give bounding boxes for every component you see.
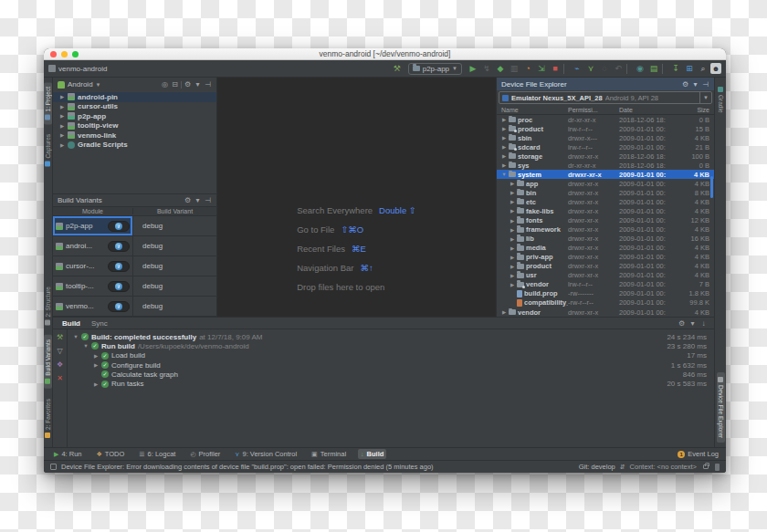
toolbar-tab-profiler[interactable]: ◴Profiler — [187, 449, 223, 459]
run-icon[interactable]: ▶ — [467, 63, 479, 75]
toolbar-tab-terminal[interactable]: ▣Terminal — [309, 449, 349, 459]
expand-arrow-icon[interactable]: ▶ — [93, 353, 99, 359]
toolbar-icon[interactable] — [626, 64, 632, 74]
variant-cell[interactable]: debug — [133, 297, 216, 316]
device-file-row[interactable]: ▶fontsdrwxr-xr-x2009-01-01 00:12 KB — [497, 216, 714, 225]
settings-icon[interactable]: ⚙ — [184, 196, 192, 204]
device-file-row[interactable]: ▶vendordrwxr-xr-x2009-01-01 00:4 KB — [497, 308, 714, 317]
project-tree-item[interactable]: ▶tooltip-view — [53, 121, 216, 131]
build-variant-row[interactable]: androi...idebug — [53, 236, 216, 256]
expand-arrow-icon[interactable]: ▼ — [501, 172, 507, 177]
toolbar-icon[interactable] — [563, 64, 569, 74]
expand-arrow-icon[interactable]: ▶ — [501, 153, 507, 159]
hide-panel-icon[interactable]: ⊣ — [701, 80, 709, 89]
chevron-down-icon[interactable]: ▼ — [96, 82, 101, 88]
module-info-button[interactable]: i — [108, 281, 130, 292]
device-table-column-headers[interactable]: Name Permissi... Date Size — [497, 105, 714, 115]
stop-icon[interactable]: ■ — [549, 63, 562, 75]
device-monitor-icon[interactable]: ⋎ — [584, 63, 597, 75]
device-file-row[interactable]: ▶mediadrwxr-xr-x2009-01-01 00:4 KB — [497, 244, 714, 253]
expand-arrow-icon[interactable]: ▶ — [510, 208, 515, 214]
variant-cell[interactable]: debug — [133, 236, 216, 256]
lock-icon[interactable] — [703, 464, 709, 469]
expand-arrow-icon[interactable]: ▶ — [510, 199, 515, 204]
stripe-build-variants[interactable]: Build Variants — [44, 335, 52, 389]
device-file-row[interactable]: ▶usrdrwxr-xr-x2009-01-01 00:4 KB — [497, 271, 714, 280]
editor-area[interactable]: Search EverywhereDouble ⇧Go to File⇧⌘ORe… — [217, 78, 497, 317]
profiler-icon[interactable]: ▥ — [508, 63, 520, 75]
toolbar-icon[interactable] — [662, 64, 667, 74]
tab-build[interactable]: Build — [62, 319, 80, 328]
expand-arrow-icon[interactable]: ▶ — [510, 273, 515, 278]
panel-header-icon[interactable] — [181, 81, 182, 89]
module-cell[interactable]: cursor-...i — [53, 256, 133, 276]
stripe-project[interactable]: 1: Project — [44, 82, 52, 124]
debug-icon[interactable]: ◆ — [494, 63, 507, 75]
expand-arrow-icon[interactable]: ▶ — [510, 255, 515, 260]
settings-icon[interactable]: ⚙ — [678, 319, 686, 328]
module-info-button[interactable]: i — [108, 221, 130, 232]
build-variant-row[interactable]: cursor-...idebug — [53, 256, 216, 276]
locate-icon[interactable]: ◎ — [161, 80, 169, 89]
build-variant-row[interactable]: venmo...idebug — [53, 297, 216, 317]
project-view-select[interactable]: Android — [68, 80, 93, 89]
device-file-row[interactable]: ▶sbindrwxr-x---2009-01-01 00:4 KB — [497, 133, 714, 142]
expand-arrow-icon[interactable]: ▶ — [59, 123, 65, 129]
expand-arrow-icon[interactable]: ▶ — [510, 282, 515, 287]
breadcrumb[interactable]: venmo-android — [48, 65, 107, 73]
expand-arrow-icon[interactable]: ▶ — [501, 126, 507, 131]
module-cell[interactable]: androi...i — [53, 236, 133, 256]
build-tree-row[interactable]: ▼✓Run build/Users/kupoek/dev/venmo-andro… — [69, 341, 707, 350]
chevron-down-icon[interactable]: ▾ — [691, 80, 699, 89]
variant-cell[interactable]: debug — [133, 256, 216, 276]
chevron-down-icon[interactable]: ▾ — [194, 196, 202, 204]
expand-arrow-icon[interactable]: ▶ — [510, 181, 515, 186]
module-info-button[interactable]: i — [108, 261, 130, 272]
expand-arrow-icon[interactable]: ▶ — [59, 142, 65, 148]
sdk-manager-icon[interactable]: ↧ — [669, 63, 682, 75]
expand-arrow-icon[interactable]: ▼ — [73, 334, 79, 339]
device-file-row[interactable]: ▶productdrwxr-xr-x2009-01-01 00:4 KB — [497, 262, 714, 271]
tool-window-toggle-icon[interactable] — [50, 464, 57, 470]
expand-arrow-icon[interactable]: ▶ — [59, 94, 65, 99]
close-icon[interactable]: ✕ — [57, 374, 63, 382]
module-cell[interactable]: p2p-appi — [53, 216, 133, 235]
device-file-row[interactable]: ▶fake-libsdrwxr-xr-x2009-01-01 00:4 KB — [497, 206, 714, 215]
minimize-window-button[interactable] — [61, 51, 68, 57]
chevron-down-icon[interactable]: ▼ — [699, 92, 711, 103]
build-tree-row[interactable]: ▶✓Load build17 ms — [69, 351, 707, 360]
expand-arrow-icon[interactable]: ▼ — [83, 343, 89, 349]
expand-arrow-icon[interactable]: ▶ — [510, 218, 515, 224]
attach-debugger-icon[interactable]: ⌁ — [571, 63, 583, 75]
device-file-row[interactable]: ▶frameworkdrwxr-xr-x2009-01-01 00:4 KB — [497, 225, 714, 235]
device-manager-icon[interactable]: ⊞ — [683, 63, 696, 75]
expand-arrow-icon[interactable]: ▶ — [510, 227, 515, 233]
scrollbar-thumb[interactable] — [710, 176, 713, 198]
toolbar-tab-build[interactable]: ↓Build — [358, 449, 386, 459]
zoom-window-button[interactable] — [72, 51, 79, 57]
screen-capture-icon[interactable]: ◌ — [598, 63, 611, 75]
device-file-row[interactable]: ▶etcdrwxr-xr-x2009-01-01 00:4 KB — [497, 197, 714, 206]
hide-panel-icon[interactable]: ⊣ — [204, 196, 212, 204]
settings-icon[interactable]: ⚙ — [184, 80, 192, 89]
expand-arrow-icon[interactable]: ▶ — [510, 264, 515, 269]
build-variant-row[interactable]: tooltip-...idebug — [53, 276, 216, 297]
device-file-row[interactable]: ▼systemdrwxr-xr-x2009-01-01 00:4 KB — [497, 170, 714, 179]
device-file-row[interactable]: ▶sdcardlrw-r--r--2009-01-01 00:21 B — [497, 142, 714, 151]
tab-sync[interactable]: Sync — [91, 319, 108, 328]
gradle-sync-icon[interactable]: ◉ — [634, 63, 646, 75]
search-everywhere-icon[interactable]: ⌕ — [697, 63, 709, 75]
collapse-all-icon[interactable]: ⊟ — [171, 80, 179, 89]
build-hammer-icon[interactable]: ⚒ — [391, 63, 404, 75]
device-file-row[interactable]: ▶vendorlrw-r--r--2009-01-01 00:7 B — [497, 280, 714, 289]
avd-manager-icon[interactable]: ▤ — [647, 63, 660, 75]
expand-arrow-icon[interactable]: ▶ — [93, 362, 99, 368]
toolbar-tab-todo[interactable]: ❖TODO — [94, 449, 128, 459]
expand-arrow-icon[interactable]: ▶ — [510, 236, 515, 242]
run-on-device-icon[interactable]: ⇲ — [535, 63, 548, 75]
build-hammer-icon[interactable]: ⚒ — [57, 333, 63, 341]
stripe-captures[interactable]: Captures — [44, 130, 52, 171]
project-tree-item[interactable]: ▶cursor-utils — [53, 102, 216, 112]
project-tree-item[interactable]: ▶android-pin — [53, 92, 216, 102]
expand-arrow-icon[interactable]: ▶ — [59, 104, 65, 110]
